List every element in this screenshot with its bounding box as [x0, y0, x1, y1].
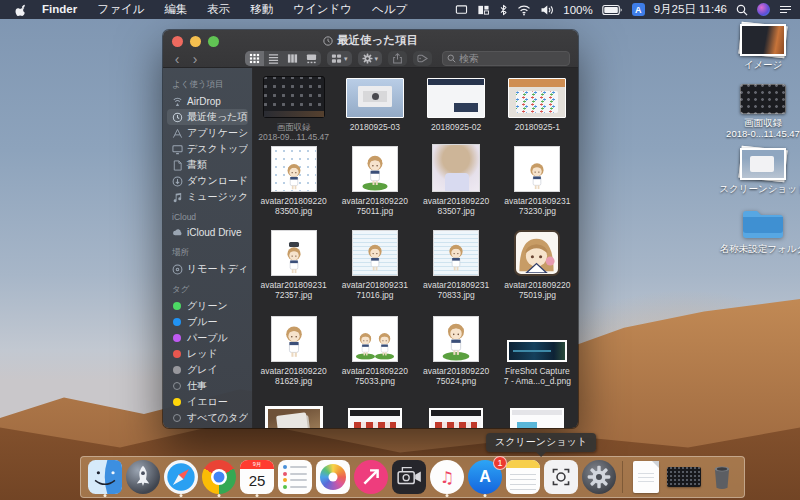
desktop-icon-label-line1: 画面収録	[744, 117, 782, 128]
file-item[interactable]: avatar20180922075024.png	[416, 314, 497, 386]
tags-button[interactable]	[413, 51, 432, 66]
dock-item-launchpad[interactable]	[124, 457, 162, 497]
sidebar-item-documents[interactable]: 書類	[167, 157, 248, 173]
search-field[interactable]	[442, 51, 570, 66]
menu-item-edit[interactable]: 編集	[154, 0, 197, 19]
forward-button[interactable]: ›	[189, 52, 201, 66]
gallery-view-button[interactable]	[302, 51, 321, 66]
apple-menu[interactable]	[10, 3, 32, 17]
dock-item-system-preferences[interactable]	[580, 457, 618, 497]
icon-view-button[interactable]	[245, 51, 264, 66]
chevron-down-icon: ▾	[375, 55, 379, 63]
dock-item-screenshot-app[interactable]	[542, 457, 580, 497]
sidebar-section-tags: タグ	[163, 284, 252, 296]
wifi-icon[interactable]	[517, 4, 531, 16]
file-item[interactable]	[416, 400, 497, 428]
sidebar-item-remote-disc[interactable]: リモートディスク	[167, 261, 248, 277]
file-item[interactable]: avatar20180923171016.jpg	[334, 228, 415, 300]
bluetooth-icon[interactable]	[499, 4, 508, 16]
file-thumbnail	[352, 230, 398, 276]
file-item[interactable]: avatar20180922075033.png	[334, 314, 415, 386]
search-input[interactable]	[459, 53, 565, 64]
dock-item-chrome[interactable]	[200, 457, 238, 497]
share-button[interactable]	[388, 51, 407, 66]
menu-item-go[interactable]: 移動	[240, 0, 283, 19]
screen-recording-thumb	[740, 84, 786, 114]
sidebar-tag-red[interactable]: レッド	[167, 346, 248, 362]
tiles-icon[interactable]	[477, 4, 490, 16]
sidebar-tag-all[interactable]: すべてのタグ…	[167, 410, 248, 426]
screenshot-app-icon	[544, 460, 578, 494]
dock-item-keyboard-image[interactable]	[665, 457, 703, 497]
dock-item-finder[interactable]	[86, 457, 124, 497]
list-view-button[interactable]	[264, 51, 283, 66]
dock-item-zip-document[interactable]	[627, 457, 665, 497]
sidebar-item-desktop[interactable]: デスクトップ	[167, 141, 248, 157]
sidebar-tag-gray[interactable]: グレイ	[167, 362, 248, 378]
sidebar-item-airdrop[interactable]: AirDrop	[167, 93, 248, 109]
sidebar: よく使う項目 AirDrop 最近使った項目 アプリケーション デスクトップ 書…	[163, 68, 253, 428]
file-item[interactable]: avatar20180922081629.jpg	[253, 314, 334, 386]
sidebar-item-music[interactable]: ミュージック	[167, 189, 248, 205]
input-source-badge[interactable]: A	[632, 3, 645, 16]
recents-proxy-icon	[323, 36, 333, 46]
dock-item-photos[interactable]	[314, 457, 352, 497]
column-view-button[interactable]	[283, 51, 302, 66]
desktop-icon-screen-recording[interactable]: 画面収録 2018-0...11.45.47	[728, 84, 798, 139]
display-icon[interactable]	[455, 4, 468, 16]
file-item[interactable]: 画面収録2018-09...11.45.47	[253, 72, 334, 142]
file-item[interactable]: 20180925-1	[497, 72, 578, 142]
search-icon[interactable]	[736, 4, 748, 16]
sidebar-section-favorites: よく使う項目	[163, 79, 252, 91]
notification-list-icon[interactable]	[779, 4, 792, 16]
siri-icon[interactable]	[757, 3, 770, 16]
action-gear-button[interactable]: ▾	[358, 51, 383, 66]
menu-item-window[interactable]: ウインドウ	[283, 0, 362, 19]
menu-item-help[interactable]: ヘルプ	[362, 0, 417, 19]
sidebar-item-downloads[interactable]: ダウンロード	[167, 173, 248, 189]
menu-item-file[interactable]: ファイル	[87, 0, 154, 19]
file-thumbnail	[433, 230, 479, 276]
volume-icon[interactable]	[540, 4, 554, 16]
file-item[interactable]: 20180925-03	[334, 72, 415, 142]
menu-item-finder[interactable]: Finder	[32, 0, 87, 19]
dock-item-screen-recorder[interactable]	[390, 457, 428, 497]
file-thumbnail	[429, 408, 483, 428]
sidebar-item-applications[interactable]: アプリケーション	[167, 125, 248, 141]
sidebar-tag-purple[interactable]: パープル	[167, 330, 248, 346]
desktop-icon-screenshots[interactable]: スクリーンショット	[728, 148, 798, 194]
dock-item-itunes[interactable]: ♫	[428, 457, 466, 497]
dock-item-reminders[interactable]	[276, 457, 314, 497]
sidebar-tag-green[interactable]: グリーン	[167, 298, 248, 314]
file-item[interactable]: avatar20180922083500.jpg	[253, 144, 334, 216]
sidebar-tag-yellow[interactable]: イエロー	[167, 394, 248, 410]
file-item[interactable]: avatar20180923170833.jpg	[416, 228, 497, 300]
dock-item-safari[interactable]	[162, 457, 200, 497]
file-item[interactable]: avatar20180922075011.jpg	[334, 144, 415, 216]
sidebar-tag-work[interactable]: 仕事	[167, 378, 248, 394]
sidebar-item-recents[interactable]: 最近使った項目	[167, 109, 248, 125]
file-item[interactable]	[497, 400, 578, 428]
dock-item-notepad[interactable]	[504, 457, 542, 497]
file-item[interactable]: avatar20180922083507.jpg	[416, 144, 497, 216]
file-item[interactable]: FireShot Capture7 - Ama...o_d.png	[497, 314, 578, 386]
file-item[interactable]: 20180925-02	[416, 72, 497, 142]
dock-item-app-store[interactable]: A 1	[466, 457, 504, 497]
menu-bar-clock[interactable]: 9月25日 11:46	[654, 2, 727, 17]
sidebar-item-icloud-drive[interactable]: iCloud Drive	[167, 224, 248, 240]
file-item[interactable]: avatar20180922075019.jpg	[497, 228, 578, 300]
file-item[interactable]: avatar20180923173230.jpg	[497, 144, 578, 216]
desktop-icon-images[interactable]: イメージ	[728, 24, 798, 70]
menu-item-view[interactable]: 表示	[197, 0, 240, 19]
dock-item-trash[interactable]	[703, 457, 741, 497]
battery-icon[interactable]	[602, 4, 623, 16]
sidebar-tag-blue[interactable]: ブルー	[167, 314, 248, 330]
file-item[interactable]: avatar20180923172357.jpg	[253, 228, 334, 300]
back-button[interactable]: ‹	[171, 52, 183, 66]
desktop-icon-untitled-folder[interactable]: 名称未設定フォルダ	[728, 206, 798, 254]
dock-item-calendar[interactable]: 9月 25	[238, 457, 276, 497]
file-item[interactable]	[334, 400, 415, 428]
dock-item-skitch[interactable]	[352, 457, 390, 497]
file-item[interactable]	[253, 400, 334, 428]
group-by-button[interactable]: ▾	[327, 51, 352, 66]
